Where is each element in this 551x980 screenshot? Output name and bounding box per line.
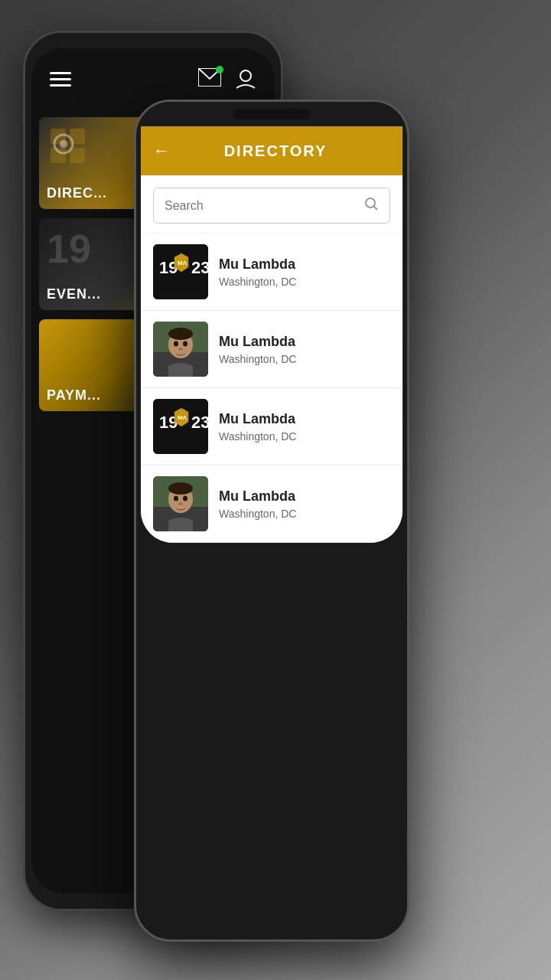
member-name: Mu Lambda <box>219 488 390 505</box>
list-item[interactable]: 19 ΜΛ 23 Mu Lambda Washington, DC <box>141 388 403 466</box>
notch-pill <box>233 109 310 119</box>
svg-point-35 <box>174 496 178 501</box>
notification-dot <box>216 66 223 74</box>
search-bar[interactable] <box>153 188 390 224</box>
logo-avatar-1: 19 ΜΛ 23 <box>153 244 208 299</box>
member-location: Washington, DC <box>219 276 390 288</box>
phone-front: ← DIRECTORY <box>134 100 409 942</box>
back-button[interactable]: ← <box>153 141 170 161</box>
svg-point-24 <box>183 341 187 347</box>
directory-screen: ← DIRECTORY <box>141 126 403 543</box>
directory-header: ← DIRECTORY <box>141 126 403 175</box>
hamburger-icon[interactable] <box>50 72 71 87</box>
avatar: 19 ΜΛ 23 <box>153 244 208 299</box>
svg-point-12 <box>366 198 375 207</box>
events-number: 19 <box>47 226 91 272</box>
svg-point-7 <box>60 140 67 148</box>
svg-point-37 <box>178 502 183 505</box>
member-info: Mu Lambda Washington, DC <box>219 488 390 520</box>
svg-text:23: 23 <box>191 413 208 432</box>
member-name: Mu Lambda <box>219 334 390 350</box>
directory-list: 19 ΜΛ 23 Mu Lambda Washington, DC <box>141 234 403 543</box>
directory-menu-label: DIREC... <box>47 185 107 201</box>
svg-point-36 <box>183 496 187 501</box>
svg-text:23: 23 <box>191 258 208 277</box>
events-menu-label: EVEN... <box>47 286 101 302</box>
member-location: Washington, DC <box>219 430 390 443</box>
logo-avatar-3: 19 ΜΛ 23 <box>153 399 208 454</box>
search-icon[interactable] <box>364 196 379 215</box>
user-icon[interactable] <box>235 68 256 90</box>
person-avatar-2 <box>153 322 208 377</box>
svg-point-34 <box>168 482 193 495</box>
search-container <box>141 175 403 234</box>
member-info: Mu Lambda Washington, DC <box>219 334 390 365</box>
member-location: Washington, DC <box>219 353 390 365</box>
mail-icon-wrap[interactable] <box>198 68 221 90</box>
svg-point-25 <box>178 348 183 351</box>
svg-line-13 <box>374 207 378 211</box>
payments-menu-label: PAYM... <box>47 387 101 403</box>
member-location: Washington, DC <box>219 508 390 520</box>
notch-bar <box>136 102 407 126</box>
avatar <box>153 476 208 531</box>
list-item[interactable]: Mu Lambda Washington, DC <box>141 311 403 388</box>
list-item[interactable]: Mu Lambda Washington, DC <box>141 466 403 543</box>
search-input[interactable] <box>165 199 364 213</box>
avatar: 19 ΜΛ 23 <box>153 399 208 454</box>
directory-title: DIRECTORY <box>179 142 390 160</box>
svg-point-23 <box>174 341 178 347</box>
header-icons <box>198 68 256 90</box>
svg-point-22 <box>168 328 193 340</box>
avatar <box>153 322 208 377</box>
svg-text:ΜΛ: ΜΛ <box>178 260 187 266</box>
person-avatar-4 <box>153 476 208 531</box>
member-name: Mu Lambda <box>219 256 390 273</box>
member-info: Mu Lambda Washington, DC <box>219 411 390 443</box>
svg-point-1 <box>240 70 251 81</box>
member-name: Mu Lambda <box>219 411 390 427</box>
list-item[interactable]: 19 ΜΛ 23 Mu Lambda Washington, DC <box>141 234 403 311</box>
member-info: Mu Lambda Washington, DC <box>219 256 390 288</box>
svg-text:ΜΛ: ΜΛ <box>178 414 187 421</box>
